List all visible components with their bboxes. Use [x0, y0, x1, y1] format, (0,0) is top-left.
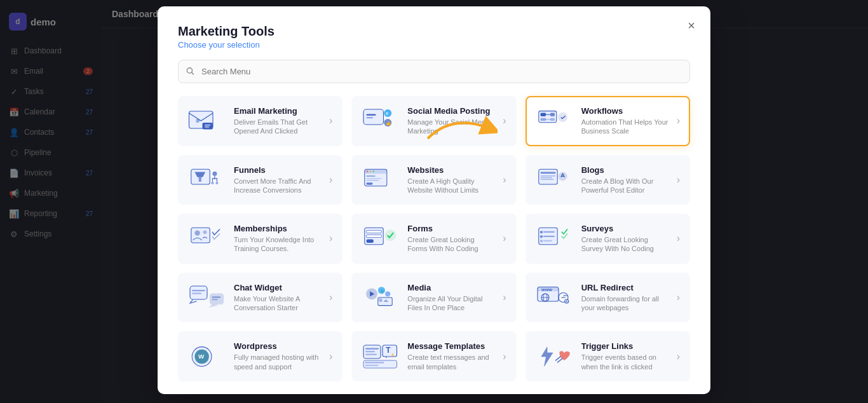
svg-rect-39 [367, 175, 376, 177]
svg-rect-61 [543, 236, 554, 237]
svg-point-73 [385, 291, 390, 296]
tool-card-email-marketing[interactable]: Email Marketing Deliver Emails That Get … [178, 96, 342, 146]
tool-arrow-funnels: › [329, 174, 332, 186]
tool-info-funnels: Funnels Convert More Traffic And Increas… [234, 165, 322, 195]
svg-rect-95 [365, 353, 377, 355]
svg-point-36 [367, 170, 369, 172]
tool-icon-funnels [188, 166, 226, 194]
tool-desc-chat-widget: Make Your Website A Conversation Starter [234, 294, 322, 313]
tool-info-message-templates: Message Templates Create text messages a… [407, 341, 495, 371]
tool-arrow-surveys: › [677, 233, 680, 244]
tool-card-funnels[interactable]: Funnels Convert More Traffic And Increas… [178, 155, 342, 205]
tool-card-message-templates[interactable]: T T A Message Templates Create text mess… [351, 331, 516, 381]
tool-name-memberships: Memberships [234, 224, 322, 233]
tool-icon-email-marketing [188, 107, 226, 135]
svg-rect-94 [365, 351, 375, 352]
tool-info-websites: Websites Create A High Quality Website W… [407, 165, 495, 195]
tool-card-blogs[interactable]: Blogs Create A Blog With Our Powerful Po… [526, 155, 690, 205]
tool-icon-chat-widget [188, 283, 226, 311]
tool-desc-surveys: Create Great Looking Survey With No Codi… [581, 235, 669, 254]
svg-point-26 [212, 172, 217, 176]
tool-info-forms: Forms Create Great Looking Forms With No… [407, 224, 495, 254]
tool-arrow-blogs: › [677, 174, 680, 186]
tool-arrow-wordpress: › [329, 351, 332, 362]
search-input[interactable] [178, 60, 690, 83]
marketing-tools-modal: Marketing Tools Choose your selection × [158, 6, 710, 394]
tool-icon-social-media: # 👍 [362, 107, 400, 135]
svg-point-32 [211, 182, 214, 184]
svg-point-38 [373, 170, 375, 172]
tool-desc-forms: Create Great Looking Forms With No Codin… [407, 235, 495, 254]
tool-arrow-media: › [503, 292, 506, 303]
tool-info-surveys: Surveys Create Great Looking Survey With… [581, 224, 669, 254]
tool-desc-media: Organize All Your Digital Files In One P… [407, 294, 495, 313]
tool-info-workflows: Workflows Automation That Helps Your Bus… [581, 106, 669, 136]
tool-card-memberships[interactable]: Memberships Turn Your Knowledge Into Tra… [178, 214, 342, 264]
tool-icon-url-redirect: WWW [536, 283, 574, 311]
svg-rect-17 [540, 118, 545, 121]
tool-desc-workflows: Automation That Helps Your Business Scal… [581, 118, 669, 136]
modal-header: Marketing Tools Choose your selection [178, 24, 690, 50]
svg-text:#: # [386, 111, 389, 116]
svg-point-22 [558, 113, 567, 122]
tool-arrow-websites: › [503, 174, 506, 186]
tool-desc-wordpress: Fully managed hosting with speed and sup… [234, 353, 322, 371]
tool-card-trigger-links[interactable]: Trigger Links Trigger events based on wh… [526, 331, 690, 381]
tool-card-wordpress[interactable]: W Wordpress Fully managed hosting with s… [178, 331, 342, 381]
svg-rect-16 [540, 113, 545, 117]
svg-rect-47 [540, 179, 553, 179]
svg-rect-14 [367, 117, 374, 118]
tool-info-blogs: Blogs Create A Blog With Our Powerful Po… [581, 165, 669, 195]
tool-info-trigger-links: Trigger Links Trigger events based on wh… [581, 341, 669, 371]
tool-name-funnels: Funnels [234, 165, 322, 175]
tool-card-media[interactable]: 🐦 Media Organize All Your Digital Files … [351, 273, 516, 323]
svg-rect-69 [212, 299, 218, 300]
svg-point-0 [187, 67, 192, 72]
tool-card-url-redirect[interactable]: WWW URL Redirect Domain forwarding for a… [526, 273, 690, 323]
tool-name-trigger-links: Trigger Links [581, 341, 669, 351]
svg-text:W: W [198, 353, 205, 360]
tool-icon-workflows [536, 107, 574, 135]
svg-rect-40 [367, 178, 382, 179]
svg-point-56 [385, 230, 396, 241]
tool-card-workflows[interactable]: Workflows Automation That Helps Your Bus… [526, 96, 690, 146]
tool-desc-memberships: Turn Your Knowledge Into Training Course… [234, 235, 322, 254]
tool-desc-email-marketing: Deliver Emails That Get Opened And Click… [234, 118, 322, 136]
tool-card-surveys[interactable]: Surveys Create Great Looking Survey With… [526, 214, 690, 264]
svg-rect-93 [365, 348, 379, 349]
modal-title: Marketing Tools [178, 24, 690, 39]
tool-name-email-marketing: Email Marketing [234, 106, 322, 116]
svg-rect-45 [540, 175, 555, 176]
tool-icon-media: 🐦 [362, 283, 400, 311]
tool-desc-trigger-links: Trigger events based on when the link is… [581, 353, 669, 371]
tool-icon-blogs [536, 166, 574, 194]
modal-close-button[interactable]: × [688, 19, 695, 32]
svg-point-60 [540, 236, 543, 238]
svg-text:👍: 👍 [386, 120, 391, 126]
tool-desc-url-redirect: Domain forwarding for all your webpages [581, 294, 669, 313]
tool-card-websites[interactable]: Websites Create A High Quality Website W… [351, 155, 516, 205]
tool-name-forms: Forms [407, 224, 495, 233]
svg-rect-66 [192, 293, 201, 294]
tool-arrow-social-media: › [503, 115, 506, 126]
tool-card-chat-widget[interactable]: Chat Widget Make Your Website A Conversa… [178, 273, 342, 323]
tool-name-blogs: Blogs [581, 165, 669, 175]
search-icon [186, 66, 194, 77]
svg-point-75 [379, 298, 383, 302]
tool-info-social-media: Social Media Posting Manage Your Social … [407, 106, 495, 136]
tool-arrow-message-templates: › [503, 351, 506, 362]
tool-desc-message-templates: Create text messages and email templates [407, 353, 495, 371]
svg-rect-13 [367, 114, 376, 116]
tool-info-memberships: Memberships Turn Your Knowledge Into Tra… [234, 224, 322, 254]
svg-rect-21 [550, 118, 555, 121]
tool-desc-websites: Create A High Quality Website Without Li… [407, 177, 495, 195]
tool-card-forms[interactable]: Forms Create Great Looking Forms With No… [351, 214, 516, 264]
svg-rect-63 [543, 240, 552, 242]
svg-rect-46 [540, 177, 552, 178]
svg-point-58 [540, 231, 543, 234]
search-container [178, 60, 690, 83]
tool-card-social-media[interactable]: # 👍 Social Media Posting Manage Your Soc… [351, 96, 516, 146]
svg-rect-68 [212, 297, 221, 298]
svg-point-62 [540, 240, 543, 243]
svg-rect-53 [367, 231, 382, 233]
